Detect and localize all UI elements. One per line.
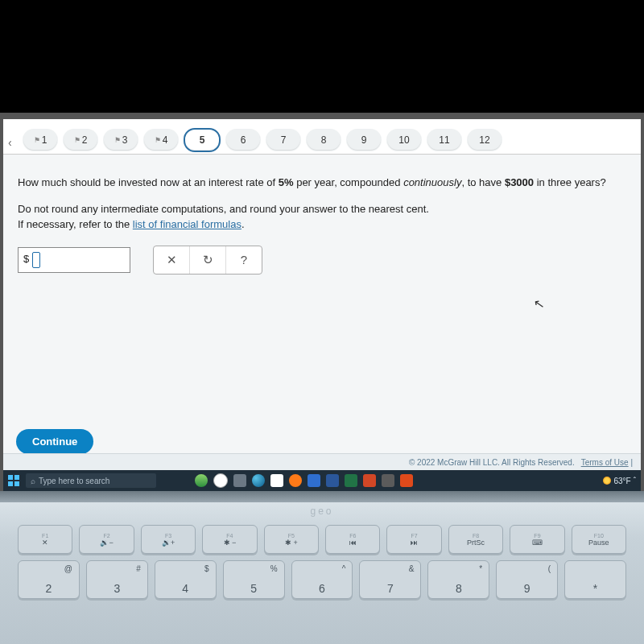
currency-symbol: $ xyxy=(23,252,29,267)
question-fragment: How much should be invested now at an in… xyxy=(18,176,279,188)
fn-key: F3🔉+ xyxy=(141,525,196,554)
nav-pill-1[interactable]: ⚑ 1 xyxy=(23,129,58,151)
nav-pill-label: 10 xyxy=(398,134,409,146)
flag-icon: ⚑ xyxy=(74,136,80,144)
nav-pill-label: 7 xyxy=(281,134,287,146)
laptop-body: geo F1✕ F2🔉− F3🔉+ F4✱ − F5✱ + F6⏮ F7⏭ F8… xyxy=(0,491,644,644)
nav-pill-label: 8 xyxy=(321,134,327,146)
firefox-icon[interactable] xyxy=(289,474,302,487)
store-icon[interactable] xyxy=(270,474,283,487)
nav-pill-11[interactable]: 11 xyxy=(427,129,462,151)
chevron-up-icon: ˆ xyxy=(634,477,636,485)
nav-pill-7[interactable]: 7 xyxy=(266,129,301,151)
app-icon[interactable] xyxy=(382,474,394,487)
x-icon: ✕ xyxy=(167,251,177,269)
nav-pill-label: 1 xyxy=(42,134,47,146)
windows-taskbar: ⌕ Type here to search 63°F ˆ xyxy=(3,470,641,491)
nav-pill-label: 4 xyxy=(163,134,168,146)
app-icon[interactable] xyxy=(195,474,208,487)
num-key: #3 xyxy=(86,560,148,599)
fn-key: F8PrtSc xyxy=(448,525,503,554)
office-icon[interactable] xyxy=(400,474,413,487)
keyboard-num-row: @2 #3 $4 %5 ^6 &7 *8 (9 * xyxy=(0,557,644,599)
copyright-text: © 2022 McGraw Hill LLC. All Rights Reser… xyxy=(409,458,575,467)
nav-pill-3[interactable]: ⚑ 3 xyxy=(103,129,138,151)
weather-widget[interactable]: 63°F ˆ xyxy=(603,477,636,485)
num-key: @2 xyxy=(18,560,80,599)
answer-row: $ ✕ ↻ ? xyxy=(18,246,626,275)
app-icon[interactable] xyxy=(308,474,320,487)
nav-pill-label: 11 xyxy=(439,134,449,146)
fn-key: F10Pause xyxy=(572,525,626,554)
start-button[interactable] xyxy=(8,475,19,486)
keyboard-fn-row: F1✕ F2🔉− F3🔉+ F4✱ − F5✱ + F6⏮ F7⏭ F8PrtS… xyxy=(0,520,644,557)
flag-icon: ⚑ xyxy=(114,136,121,144)
question-fragment: If necessary, refer to the xyxy=(18,218,133,230)
continue-button[interactable]: Continue xyxy=(16,429,93,454)
search-icon: ⌕ xyxy=(31,477,35,485)
nav-pill-2[interactable]: ⚑ 2 xyxy=(63,129,98,151)
flag-icon: ⚑ xyxy=(155,136,161,144)
edge-icon[interactable] xyxy=(252,474,265,487)
nav-pill-9[interactable]: 9 xyxy=(346,129,382,151)
fn-key: F2🔉− xyxy=(79,525,134,554)
reset-icon: ↻ xyxy=(203,251,213,269)
num-key: ^6 xyxy=(291,560,353,599)
taskbar-apps xyxy=(195,473,413,488)
question-fragment: , to have xyxy=(461,176,504,188)
nav-pill-label: 6 xyxy=(241,134,246,146)
cortana-icon[interactable] xyxy=(213,473,228,488)
nav-pill-5[interactable]: 5 xyxy=(184,128,221,152)
nav-pill-6[interactable]: 6 xyxy=(225,129,261,151)
help-icon: ? xyxy=(241,251,247,269)
answer-tool-row: ✕ ↻ ? xyxy=(153,246,262,275)
reset-button[interactable]: ↻ xyxy=(190,246,226,274)
temperature-text: 63°F xyxy=(613,477,630,485)
check-answer-button[interactable]: ✕ xyxy=(154,246,190,274)
question-instructions: Do not round any intermediate computatio… xyxy=(18,202,626,233)
text-cursor xyxy=(32,252,40,268)
taskview-icon[interactable] xyxy=(233,474,246,487)
page-footer: © 2022 McGraw Hill LLC. All Rights Reser… xyxy=(3,453,641,470)
nav-pill-label: 9 xyxy=(361,134,367,146)
nav-pill-8[interactable]: 8 xyxy=(306,129,341,151)
flag-icon: ⚑ xyxy=(34,136,40,144)
fn-key: F5✱ + xyxy=(264,525,319,554)
question-fragment: . xyxy=(242,218,245,230)
mouse-cursor-icon: ↖ xyxy=(532,295,545,312)
fn-key: F4✱ − xyxy=(202,525,257,554)
word-icon[interactable] xyxy=(326,474,339,487)
fn-key: F6⏮ xyxy=(325,525,380,554)
nav-pill-label: 5 xyxy=(200,134,205,146)
nav-pill-10[interactable]: 10 xyxy=(386,129,422,151)
question-fragment: per year, compounded xyxy=(294,176,404,188)
num-key: *8 xyxy=(427,560,489,599)
nav-pill-label: 3 xyxy=(122,134,128,146)
nav-pill-4[interactable]: ⚑ 4 xyxy=(143,129,179,151)
question-compounding: continuously xyxy=(403,176,461,188)
terms-link[interactable]: Terms of Use xyxy=(581,458,629,467)
laptop-brand: geo xyxy=(0,502,644,520)
fn-key: F9⌨ xyxy=(510,525,564,554)
laptop-hinge xyxy=(0,491,644,502)
help-button[interactable]: ? xyxy=(226,246,262,274)
answer-input[interactable]: $ xyxy=(18,247,130,273)
continue-label: Continue xyxy=(32,436,77,448)
photo-black-bars xyxy=(0,0,644,113)
nav-pill-12[interactable]: 12 xyxy=(467,129,502,151)
num-key: * xyxy=(564,560,626,599)
excel-icon[interactable] xyxy=(345,474,357,487)
question-nav-bar: ‹ ⚑ 1 ⚑ 2 ⚑ 3 ⚑ 4 5 6 7 8 9 xyxy=(3,119,641,155)
nav-prev-chevron[interactable]: ‹ xyxy=(8,131,18,149)
nav-pill-label: 2 xyxy=(82,134,88,146)
footer-pipe: | xyxy=(629,458,633,467)
powerpoint-icon[interactable] xyxy=(363,474,376,487)
laptop-screen: ‹ ⚑ 1 ⚑ 2 ⚑ 3 ⚑ 4 5 6 7 8 9 xyxy=(0,113,644,491)
formulas-link[interactable]: list of financial formulas xyxy=(133,218,242,230)
num-key: (9 xyxy=(496,560,558,599)
question-fragment: in three years? xyxy=(534,176,606,188)
fn-key: F1✕ xyxy=(18,525,72,554)
question-amount: $3000 xyxy=(505,176,534,188)
taskbar-search[interactable]: ⌕ Type here to search xyxy=(26,473,156,488)
search-placeholder: Type here to search xyxy=(39,477,109,485)
